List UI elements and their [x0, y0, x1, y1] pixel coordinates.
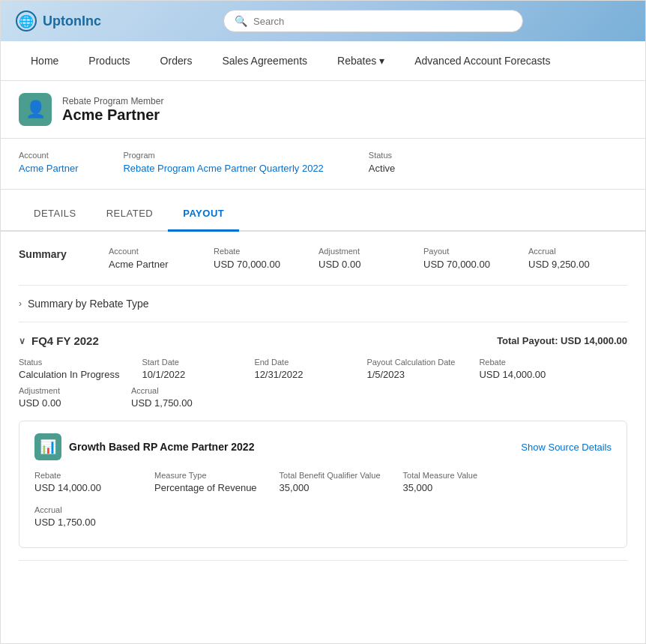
growth-icon: 📊	[34, 433, 61, 460]
record-meta: Account Acme Partner Program Rebate Prog…	[1, 139, 645, 190]
meta-value-account[interactable]: Acme Partner	[19, 163, 78, 174]
meta-group-account: Account Acme Partner	[19, 151, 78, 174]
summary-col-payout: Payout USD 70,000.00	[423, 247, 528, 270]
meta-label-status: Status	[369, 151, 395, 160]
nav-item-rebates[interactable]: Rebates ▾	[322, 41, 399, 80]
meta-group-program: Program Rebate Program Acme Partner Quar…	[123, 151, 323, 174]
page-content: 👤 Rebate Program Member Acme Partner Acc…	[1, 81, 645, 561]
detail-value-payout-calc-date: 1/5/2023	[366, 369, 456, 380]
period-section: ∨ FQ4 FY 2022 Total Payout: USD 14,000.0…	[19, 322, 627, 561]
period-title-text: FQ4 FY 2022	[31, 334, 99, 347]
summary-col-label-adjustment: Adjustment	[319, 247, 423, 256]
nav-item-products[interactable]: Products	[73, 41, 145, 80]
detail-label-rebate: Rebate	[479, 358, 569, 367]
summary-cols: Account Acme Partner Rebate USD 70,000.0…	[109, 247, 633, 270]
logo-text: UptonInc	[43, 13, 101, 29]
growth-field-value-rebate: USD 14,000.00	[34, 482, 132, 493]
detail-group-adjustment: Adjustment USD 0.00	[19, 386, 109, 409]
app-container: 🌐 UptonInc 🔍 Home Products Orders Sales …	[0, 0, 646, 644]
nav-item-advanced-account-forecasts[interactable]: Advanced Account Forecasts	[399, 41, 565, 80]
growth-field-label-total-benefit: Total Benefit Qualifier Value	[280, 471, 381, 480]
record-header: 👤 Rebate Program Member Acme Partner	[1, 81, 645, 139]
record-label: Rebate Program Member	[62, 96, 163, 106]
period-details: Status Calculation In Progress Start Dat…	[19, 358, 627, 380]
summary-col-accrual: Accrual USD 9,250.00	[528, 247, 633, 270]
growth-field-value-total-measure: 35,000	[403, 482, 501, 493]
summary-by-rebate-type-label: Summary by Rebate Type	[28, 298, 149, 310]
detail-label-status: Status	[19, 358, 119, 367]
globe-icon: 🌐	[16, 10, 37, 31]
tab-details[interactable]: DETAILS	[19, 197, 91, 230]
detail-group-start-date: Start Date 10/1/2022	[142, 358, 232, 380]
meta-label-account: Account	[19, 151, 78, 160]
detail-label-start-date: Start Date	[142, 358, 232, 367]
search-bar[interactable]: 🔍	[223, 10, 523, 32]
top-bar: 🌐 UptonInc 🔍	[1, 1, 645, 41]
tab-related[interactable]: RELATED	[91, 197, 169, 230]
detail-value-accrual: USD 1,750.00	[131, 397, 221, 409]
summary-col-value-rebate: USD 70,000.00	[214, 259, 319, 270]
growth-title-area: 📊 Growth Based RP Acme Partner 2022	[34, 433, 254, 460]
period-title[interactable]: ∨ FQ4 FY 2022	[19, 334, 99, 347]
search-input[interactable]	[253, 16, 512, 27]
detail-value-end-date: 12/31/2022	[254, 369, 344, 380]
summary-col-label-rebate: Rebate	[214, 247, 319, 256]
growth-field-total-benefit: Total Benefit Qualifier Value 35,000	[280, 471, 381, 493]
summary-col-value-adjustment: USD 0.00	[319, 259, 423, 270]
nav-bar: Home Products Orders Sales Agreements Re…	[1, 41, 645, 81]
growth-fields: Rebate USD 14,000.00 Measure Type Percen…	[34, 471, 612, 501]
summary-by-rebate-type-row[interactable]: › Summary by Rebate Type	[19, 286, 627, 322]
meta-value-program[interactable]: Rebate Program Acme Partner Quarterly 20…	[123, 163, 323, 174]
growth-field-total-measure: Total Measure Value 35,000	[403, 471, 501, 493]
summary-label: Summary	[19, 247, 109, 260]
detail-label-adjustment: Adjustment	[19, 386, 109, 395]
chevron-down-icon: ▾	[379, 55, 384, 67]
summary-col-label-payout: Payout	[423, 247, 528, 256]
detail-group-rebate: Rebate USD 14,000.00	[479, 358, 569, 380]
period-header: ∨ FQ4 FY 2022 Total Payout: USD 14,000.0…	[19, 334, 627, 347]
summary-col-value-account: Acme Partner	[109, 259, 214, 270]
summary-col-rebate: Rebate USD 70,000.00	[214, 247, 319, 270]
meta-label-program: Program	[123, 151, 323, 160]
growth-field-label-rebate: Rebate	[34, 471, 132, 480]
detail-label-payout-calc-date: Payout Calculation Date	[366, 358, 456, 367]
detail-group-end-date: End Date 12/31/2022	[254, 358, 344, 380]
detail-value-adjustment: USD 0.00	[19, 397, 109, 409]
nav-item-orders[interactable]: Orders	[145, 41, 208, 80]
detail-value-start-date: 10/1/2022	[142, 369, 232, 380]
chevron-down-period-icon: ∨	[19, 336, 25, 346]
meta-value-status: Active	[369, 163, 395, 174]
summary-col-value-payout: USD 70,000.00	[423, 259, 528, 270]
detail-label-accrual: Accrual	[131, 386, 221, 395]
tabs: DETAILS RELATED PAYOUT	[1, 197, 645, 232]
nav-item-home[interactable]: Home	[16, 41, 73, 80]
chevron-right-icon: ›	[19, 298, 22, 309]
growth-field-value-measure-type: Percentage of Revenue	[154, 482, 257, 493]
search-icon: 🔍	[235, 15, 247, 27]
nav-item-sales-agreements[interactable]: Sales Agreements	[207, 41, 322, 80]
growth-field-measure-type: Measure Type Percentage of Revenue	[154, 471, 257, 493]
growth-field-label-accrual: Accrual	[34, 505, 132, 514]
growth-fields-2: Accrual USD 1,750.00	[34, 505, 612, 535]
growth-card-header: 📊 Growth Based RP Acme Partner 2022 Show…	[34, 433, 612, 460]
detail-value-rebate: USD 14,000.00	[479, 369, 569, 380]
growth-card: 📊 Growth Based RP Acme Partner 2022 Show…	[19, 421, 627, 548]
tab-payout[interactable]: PAYOUT	[168, 197, 239, 232]
show-source-details-button[interactable]: Show Source Details	[521, 442, 612, 453]
record-icon: 👤	[19, 93, 52, 126]
detail-group-payout-calc-date: Payout Calculation Date 1/5/2023	[366, 358, 456, 380]
growth-field-value-total-benefit: 35,000	[280, 482, 381, 493]
detail-label-end-date: End Date	[254, 358, 344, 367]
summary-col-adjustment: Adjustment USD 0.00	[319, 247, 423, 270]
logo-area: 🌐 UptonInc	[16, 10, 101, 31]
growth-field-label-total-measure: Total Measure Value	[403, 471, 501, 480]
detail-value-status: Calculation In Progress	[19, 369, 119, 380]
period-details-2: Adjustment USD 0.00 Accrual USD 1,750.00	[19, 386, 627, 409]
growth-field-label-measure-type: Measure Type	[154, 471, 257, 480]
record-title-area: Rebate Program Member Acme Partner	[62, 96, 163, 124]
payout-section: Summary Account Acme Partner Rebate USD …	[1, 232, 645, 561]
summary-col-label-account: Account	[109, 247, 214, 256]
growth-field-value-accrual: USD 1,750.00	[34, 517, 132, 528]
summary-col-value-accrual: USD 9,250.00	[528, 259, 633, 270]
summary-col-label-accrual: Accrual	[528, 247, 633, 256]
